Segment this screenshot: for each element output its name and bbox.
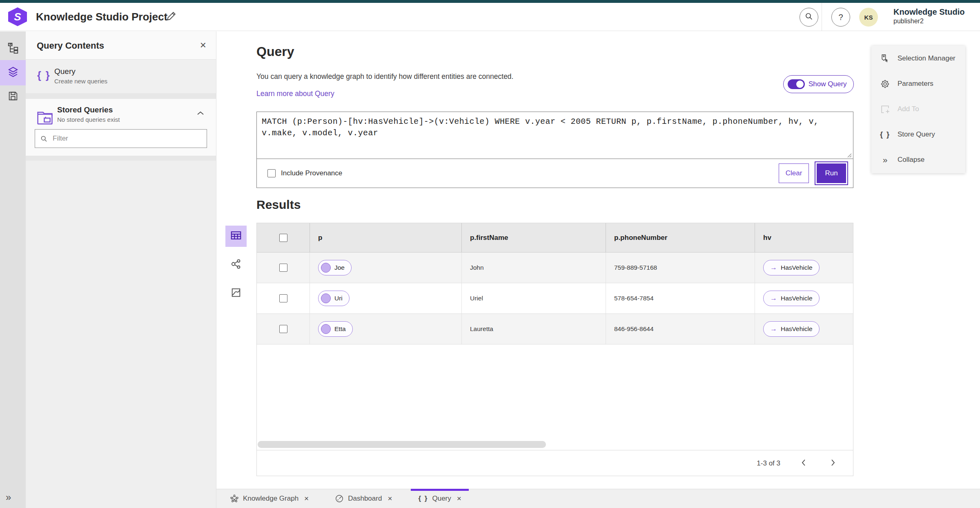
tab-dashboard[interactable]: Dashboard × — [327, 489, 399, 508]
close-icon[interactable]: × — [457, 494, 461, 503]
run-button[interactable]: Run — [815, 161, 848, 185]
column-header-hv[interactable]: hv — [755, 223, 853, 252]
column-header-p[interactable]: p — [310, 223, 462, 252]
stored-queries-filter — [35, 129, 207, 148]
column-header-phonenumber[interactable]: p.phoneNumber — [606, 223, 755, 252]
search-button[interactable] — [800, 8, 818, 27]
include-provenance-label: Include Provenance — [281, 169, 342, 177]
row-checkbox[interactable] — [279, 294, 287, 302]
results-table: p p.firstName p.phoneNumber hv Joe John … — [256, 223, 853, 476]
chevron-left-icon — [800, 459, 807, 468]
show-query-label: Show Query — [808, 80, 847, 88]
menu-item-store-query[interactable]: { } Store Query — [871, 122, 965, 147]
search-icon — [804, 12, 813, 22]
rail-expand-button[interactable]: » — [0, 490, 26, 505]
node-pill[interactable]: Uri — [318, 291, 350, 306]
graph-view-button[interactable] — [225, 254, 247, 275]
braces-icon: { } — [418, 495, 428, 503]
include-provenance-checkbox[interactable] — [267, 169, 276, 177]
row-checkbox[interactable] — [279, 264, 287, 272]
panel-header: Query Contents × — [26, 31, 216, 60]
stored-queries-subtitle: No stored queries exist — [57, 116, 120, 123]
menu-item-add-to: Add To — [871, 96, 965, 122]
edge-pill[interactable]: → HasVehicle — [763, 321, 820, 337]
layers-icon — [7, 66, 19, 80]
filter-input[interactable] — [53, 134, 202, 143]
menu-item-collapse[interactable]: » Collapse — [871, 147, 965, 172]
close-icon: × — [200, 39, 206, 51]
show-query-toggle[interactable]: Show Query — [783, 75, 854, 93]
table-row: Uri Uriel 578-654-7854 → HasVehicle — [257, 283, 853, 314]
edge-pill[interactable]: → HasVehicle — [763, 260, 820, 275]
rail-model-button[interactable] — [0, 37, 26, 60]
edit-title-button[interactable] — [164, 10, 178, 24]
edge-pill[interactable]: → HasVehicle — [763, 291, 820, 306]
query-workspace: Query You can query a knowledge graph to… — [216, 31, 980, 489]
save-icon — [7, 90, 19, 103]
table-row: Joe John 759-889-57168 → HasVehicle — [257, 253, 853, 283]
query-item-subtitle: Create new queries — [54, 78, 107, 85]
arrow-right-icon: → — [770, 325, 777, 333]
close-icon[interactable]: × — [388, 494, 392, 503]
table-view-button[interactable] — [225, 226, 247, 247]
column-header-firstname[interactable]: p.firstName — [462, 223, 606, 252]
panel-item-query[interactable]: { } Query Create new queries — [26, 60, 216, 93]
close-icon[interactable]: × — [304, 494, 309, 503]
rail-query-button[interactable] — [0, 60, 26, 85]
dashboard-gauge-icon — [335, 494, 344, 503]
help-icon: ? — [838, 13, 843, 22]
user-info: Knowledge Studio publisher2 — [893, 7, 964, 25]
select-all-checkbox[interactable] — [279, 234, 287, 242]
menu-item-parameters[interactable]: Parameters — [871, 71, 965, 96]
stored-queries-section: Stored Queries No stored queries exist — [26, 99, 216, 155]
tab-query[interactable]: { } Query × — [411, 489, 468, 508]
stored-queries-title: Stored Queries — [57, 105, 113, 114]
results-view-switcher — [225, 226, 247, 311]
chevron-up-icon[interactable] — [196, 110, 205, 118]
previous-page-button[interactable] — [797, 457, 810, 470]
panel-close-button[interactable]: × — [200, 39, 206, 51]
page-title: Query — [256, 44, 294, 59]
chart-icon — [230, 287, 242, 300]
node-circle-icon — [321, 293, 331, 303]
user-avatar[interactable]: KS — [859, 8, 878, 27]
panel-empty-area — [26, 156, 216, 508]
node-pill[interactable]: Etta — [318, 321, 353, 337]
cell-phonenumber: 846-956-8644 — [606, 314, 755, 344]
learn-more-link[interactable]: Learn more about Query — [256, 90, 334, 98]
resize-handle-icon[interactable] — [846, 152, 852, 186]
cell-firstname: Uriel — [462, 283, 606, 313]
rail-save-button[interactable] — [0, 85, 26, 108]
arrow-right-icon: → — [770, 264, 777, 272]
toggle-track — [788, 79, 805, 89]
graph-share-icon — [230, 258, 242, 271]
query-actions-menu: Selection Manager Parameters — [871, 46, 965, 173]
cell-firstname: Lauretta — [462, 314, 606, 344]
tab-knowledge-graph[interactable]: Knowledge Graph × — [223, 489, 316, 508]
project-title: Knowledge Studio Project — [36, 3, 167, 31]
bottom-tab-bar: Knowledge Graph × Dashboard × { } Query … — [216, 489, 980, 508]
row-checkbox[interactable] — [279, 325, 287, 333]
next-page-button[interactable] — [827, 457, 839, 470]
arrow-right-icon: → — [770, 294, 777, 302]
top-teal-strip — [0, 0, 980, 3]
chart-view-button[interactable] — [225, 283, 247, 304]
query-editor-box: MATCH (p:Person)-[hv:HasVehicle]->(v:Veh… — [256, 112, 853, 188]
app-window: S Knowledge Studio Project ? KS Knowledg… — [0, 0, 980, 508]
cell-phonenumber: 759-889-57168 — [606, 253, 755, 283]
cell-firstname: John — [462, 253, 606, 283]
menu-item-selection-manager[interactable]: Selection Manager — [871, 46, 965, 71]
query-textarea[interactable]: MATCH (p:Person)-[hv:HasVehicle]->(v:Veh… — [257, 112, 853, 159]
cell-phonenumber: 578-654-7854 — [606, 283, 755, 313]
pencil-icon — [166, 11, 176, 23]
gear-icon — [880, 79, 891, 89]
horizontal-scrollbar[interactable] — [258, 441, 546, 448]
node-circle-icon — [321, 324, 331, 334]
node-circle-icon — [321, 263, 331, 273]
help-button[interactable]: ? — [831, 8, 850, 27]
node-pill[interactable]: Joe — [318, 260, 352, 275]
page-description: You can query a knowledge graph to ident… — [256, 72, 513, 81]
clear-button[interactable]: Clear — [779, 163, 809, 183]
braces-icon: { } — [37, 69, 50, 81]
query-item-title: Query — [54, 67, 76, 76]
